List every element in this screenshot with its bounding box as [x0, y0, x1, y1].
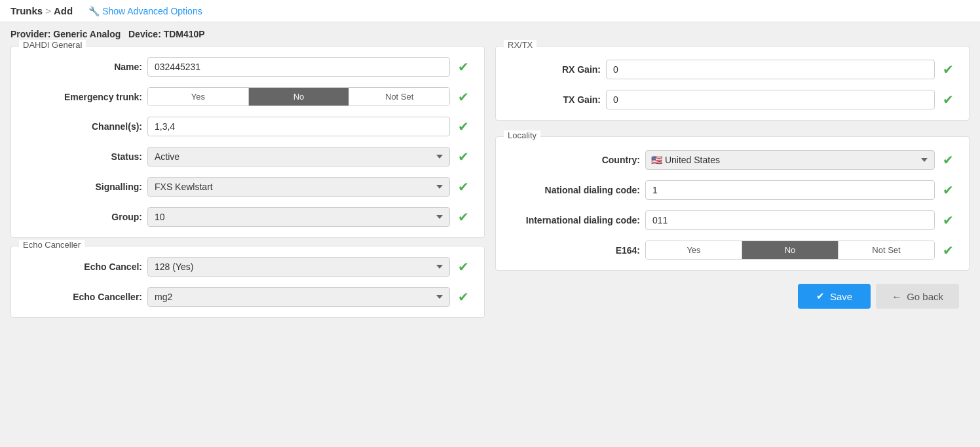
emergency-trunk-notset-btn[interactable]: Not Set — [349, 88, 449, 106]
breadcrumb: Trunks > Add — [10, 5, 73, 16]
e164-row: E164: Yes No Not Set ✔ — [509, 241, 956, 260]
go-back-button[interactable]: ← Go back — [876, 284, 959, 309]
echo-canceller-section: Echo Canceller Echo Cancel: 128 (Yes) 64… — [10, 246, 485, 318]
signalling-row: Signalling: FXS Kewlstart FXO Kewlstart … — [24, 177, 471, 197]
e164-yes-btn[interactable]: Yes — [646, 241, 742, 259]
name-row: Name: ✔ — [24, 57, 471, 77]
action-row: ✔ Save ← Go back — [495, 284, 970, 319]
rx-gain-label: RX Gain: — [509, 64, 601, 75]
name-input[interactable] — [147, 57, 450, 77]
echo-canceller-label: Echo Canceller: — [24, 292, 142, 302]
breadcrumb-separator: > — [45, 5, 51, 16]
group-label: Group: — [24, 212, 142, 222]
arrow-left-icon: ← — [892, 291, 901, 302]
country-check-icon: ✔ — [940, 152, 956, 168]
status-check-icon: ✔ — [455, 149, 471, 165]
echo-cancel-select[interactable]: 128 (Yes) 64 (Yes) No — [147, 257, 450, 277]
country-row: Country: 🇺🇸 United States 🇬🇧 United King… — [509, 150, 956, 170]
status-row: Status: Active Inactive ✔ — [24, 147, 471, 166]
e164-check-icon: ✔ — [940, 243, 956, 258]
channels-label: Channel(s): — [24, 121, 142, 132]
go-back-label: Go back — [907, 291, 943, 302]
right-column: RX/TX RX Gain: ✔ TX Gain: ✔ Locality Cou… — [495, 46, 970, 319]
channels-check-icon: ✔ — [455, 119, 471, 134]
device-label: Device: — [128, 29, 161, 39]
echo-canceller-select[interactable]: mg2 oslec kb1 hpec — [147, 287, 450, 307]
country-label: Country: — [509, 155, 640, 165]
e164-no-btn[interactable]: No — [742, 241, 839, 259]
international-dialing-code-label: International dialing code: — [509, 215, 640, 225]
save-button[interactable]: ✔ Save — [798, 284, 871, 309]
national-dialing-code-row: National dialing code: ✔ — [509, 180, 956, 200]
status-label: Status: — [24, 151, 142, 162]
status-select[interactable]: Active Inactive — [147, 147, 450, 166]
rxtx-title: RX/TX — [504, 40, 537, 50]
e164-label: E164: — [509, 245, 640, 256]
breadcrumb-parent[interactable]: Trunks — [10, 5, 43, 16]
tx-gain-row: TX Gain: ✔ — [509, 90, 956, 109]
rxtx-section: RX/TX RX Gain: ✔ TX Gain: ✔ — [495, 46, 970, 121]
signalling-check-icon: ✔ — [455, 179, 471, 195]
advanced-options-label: Show Advanced Options — [102, 6, 202, 16]
country-select[interactable]: 🇺🇸 United States 🇬🇧 United Kingdom 🇨🇦 Ca… — [645, 150, 935, 170]
national-dialing-code-label: National dialing code: — [509, 185, 640, 195]
tx-gain-label: TX Gain: — [509, 94, 601, 105]
echo-cancel-check-icon: ✔ — [455, 259, 471, 275]
dahdi-general-section: DAHDI General Name: ✔ Emergency trunk: Y… — [10, 46, 485, 238]
international-dialing-code-row: International dialing code: ✔ — [509, 210, 956, 230]
top-bar: Trunks > Add 🔧 Show Advanced Options — [0, 0, 980, 22]
emergency-trunk-check-icon: ✔ — [455, 89, 471, 105]
signalling-label: Signalling: — [24, 182, 142, 192]
rx-gain-input[interactable] — [606, 60, 935, 79]
emergency-trunk-toggle[interactable]: Yes No Not Set — [147, 87, 450, 106]
name-label: Name: — [24, 62, 142, 72]
emergency-trunk-label: Emergency trunk: — [24, 92, 142, 102]
echo-cancel-label: Echo Cancel: — [24, 262, 142, 272]
group-check-icon: ✔ — [455, 209, 471, 225]
national-dialing-code-input[interactable] — [645, 180, 935, 200]
advanced-options-link[interactable]: 🔧 Show Advanced Options — [88, 6, 202, 16]
e164-toggle[interactable]: Yes No Not Set — [645, 241, 935, 260]
national-dialing-code-check-icon: ✔ — [940, 182, 956, 198]
device-value: TDM410P — [164, 29, 205, 39]
dahdi-general-title: DAHDI General — [19, 40, 86, 50]
emergency-trunk-row: Emergency trunk: Yes No Not Set ✔ — [24, 87, 471, 106]
emergency-trunk-no-btn[interactable]: No — [249, 88, 350, 106]
emergency-trunk-yes-btn[interactable]: Yes — [148, 88, 249, 106]
echo-canceller-row: Echo Canceller: mg2 oslec kb1 hpec ✔ — [24, 287, 471, 307]
name-check-icon: ✔ — [455, 59, 471, 75]
tx-gain-input[interactable] — [606, 90, 935, 109]
e164-notset-btn[interactable]: Not Set — [839, 241, 934, 259]
group-row: Group: 10 0 1 2 ✔ — [24, 207, 471, 227]
channels-row: Channel(s): ✔ — [24, 117, 471, 136]
save-label: Save — [830, 291, 852, 302]
channels-input[interactable] — [147, 117, 450, 136]
left-column: DAHDI General Name: ✔ Emergency trunk: Y… — [10, 46, 485, 319]
provider-label: Provider: — [10, 29, 50, 39]
group-select[interactable]: 10 0 1 2 — [147, 207, 450, 227]
wrench-icon: 🔧 — [88, 6, 100, 16]
locality-title: Locality — [504, 130, 540, 140]
locality-section: Locality Country: 🇺🇸 United States 🇬🇧 Un… — [495, 136, 970, 271]
provider-info: Provider: Generic Analog Device: TDM410P — [0, 22, 980, 46]
echo-canceller-check-icon: ✔ — [455, 289, 471, 305]
echo-canceller-title: Echo Canceller — [19, 240, 85, 250]
tx-gain-check-icon: ✔ — [940, 92, 956, 107]
echo-cancel-row: Echo Cancel: 128 (Yes) 64 (Yes) No ✔ — [24, 257, 471, 277]
provider-value: Generic Analog — [53, 29, 121, 39]
international-dialing-code-input[interactable] — [645, 210, 935, 230]
main-content: DAHDI General Name: ✔ Emergency trunk: Y… — [0, 46, 980, 330]
save-check-icon: ✔ — [816, 290, 825, 302]
rx-gain-check-icon: ✔ — [940, 62, 956, 77]
breadcrumb-current: Add — [54, 5, 73, 16]
signalling-select[interactable]: FXS Kewlstart FXO Kewlstart FXS LS FXS G… — [147, 177, 450, 197]
rx-gain-row: RX Gain: ✔ — [509, 60, 956, 79]
country-select-wrapper: 🇺🇸 United States 🇬🇧 United Kingdom 🇨🇦 Ca… — [645, 150, 935, 170]
international-dialing-code-check-icon: ✔ — [940, 212, 956, 228]
